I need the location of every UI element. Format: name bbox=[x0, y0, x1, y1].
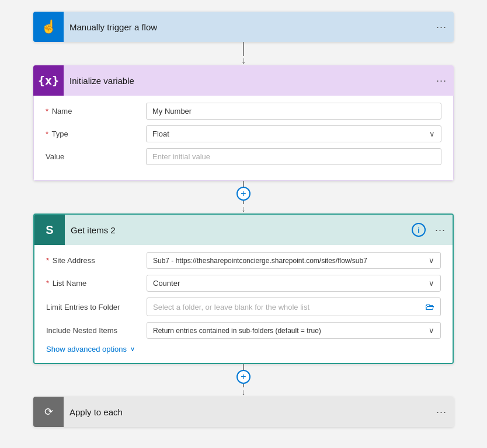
init-variable-more-button[interactable]: ··· bbox=[436, 75, 447, 87]
add-step-button-1[interactable]: + bbox=[236, 187, 251, 201]
connector-1: ↓ bbox=[241, 42, 246, 65]
site-address-dropdown[interactable]: Sub7 - https://thesharepointconcierge.sh… bbox=[147, 252, 441, 269]
init-variable-body: * Name * Type Float ∨ Value bbox=[33, 96, 454, 181]
apply-icon: ⟳ bbox=[44, 405, 53, 418]
type-chevron-icon: ∨ bbox=[429, 130, 435, 138]
info-button[interactable]: i bbox=[412, 223, 426, 237]
site-address-row: * Site Address Sub7 - https://thesharepo… bbox=[46, 252, 441, 269]
get-items-more-button[interactable]: ··· bbox=[435, 224, 446, 236]
type-dropdown[interactable]: Float ∨ bbox=[146, 125, 441, 142]
plus-arrow-1: ↓ bbox=[242, 204, 246, 214]
list-name-dropdown[interactable]: Counter ∨ bbox=[147, 275, 441, 292]
list-name-row: * List Name Counter ∨ bbox=[46, 275, 441, 292]
plus-connector-2: + ↓ bbox=[236, 364, 251, 397]
trigger-card: ☝ Manually trigger a flow ··· bbox=[33, 12, 454, 42]
limit-entries-folder[interactable]: Select a folder, or leave blank for the … bbox=[147, 298, 441, 316]
apply-each-title: Apply to each bbox=[64, 407, 436, 417]
get-items-title: Get items 2 bbox=[65, 225, 412, 235]
nested-items-chevron-icon: ∨ bbox=[429, 326, 434, 335]
get-items-header: S Get items 2 i ··· bbox=[34, 215, 453, 245]
nested-items-dropdown[interactable]: Return entries contained in sub-folders … bbox=[147, 322, 441, 339]
site-address-value: Sub7 - https://thesharepointconcierge.sh… bbox=[153, 257, 367, 265]
limit-entries-row: Limit Entries to Folder Select a folder,… bbox=[46, 298, 441, 316]
name-input[interactable] bbox=[146, 103, 441, 120]
init-variable-card: {x} Initialize variable ··· * Name * Typ… bbox=[33, 65, 454, 181]
value-row: Value bbox=[46, 148, 441, 165]
plus-top-line-2 bbox=[243, 364, 244, 370]
site-address-label: * Site Address bbox=[46, 256, 140, 265]
get-items-header-right: i ··· bbox=[412, 223, 446, 237]
list-name-label: * List Name bbox=[46, 279, 140, 288]
plus-icon-1: + bbox=[241, 189, 246, 198]
list-name-required-star: * bbox=[46, 279, 49, 288]
show-advanced-chevron-icon: ∨ bbox=[130, 345, 135, 353]
connector-line-1 bbox=[243, 42, 244, 56]
get-items-body: * Site Address Sub7 - https://thesharepo… bbox=[34, 245, 453, 363]
name-row: * Name bbox=[46, 103, 441, 120]
apply-each-more-button[interactable]: ··· bbox=[436, 406, 447, 418]
trigger-icon-box: ☝ bbox=[33, 12, 64, 42]
type-row: * Type Float ∨ bbox=[46, 125, 441, 142]
sharepoint-icon-box: S bbox=[34, 215, 65, 245]
trigger-title: Manually trigger a flow bbox=[64, 22, 436, 32]
site-address-chevron-icon: ∨ bbox=[429, 256, 434, 265]
site-address-required-star: * bbox=[46, 256, 49, 265]
nested-items-label: Include Nested Items bbox=[46, 326, 140, 335]
name-required-star: * bbox=[46, 107, 48, 116]
apply-each-header: ⟳ Apply to each ··· bbox=[33, 397, 454, 427]
limit-entries-label: Limit Entries to Folder bbox=[46, 303, 140, 312]
show-advanced-options-button[interactable]: Show advanced options ∨ bbox=[46, 345, 441, 354]
apply-icon-box: ⟳ bbox=[33, 397, 64, 427]
get-items-card: S Get items 2 i ··· * Site Address Sub7 … bbox=[33, 214, 454, 364]
arrow-1: ↓ bbox=[241, 56, 246, 65]
plus-arrow-2: ↓ bbox=[242, 387, 246, 397]
trigger-more-button[interactable]: ··· bbox=[436, 21, 447, 33]
plus-top-line-1 bbox=[243, 181, 244, 187]
add-step-button-2[interactable]: + bbox=[236, 370, 251, 384]
value-label: Value bbox=[46, 152, 139, 161]
trigger-icon: ☝ bbox=[41, 19, 57, 34]
folder-icon: 🗁 bbox=[425, 302, 434, 312]
limit-entries-placeholder: Select a folder, or leave blank for the … bbox=[153, 303, 309, 312]
show-advanced-label: Show advanced options bbox=[46, 345, 127, 354]
nested-items-row: Include Nested Items Return entries cont… bbox=[46, 322, 441, 339]
variable-icon-box: {x} bbox=[33, 65, 64, 96]
type-label: * Type bbox=[46, 130, 139, 138]
plus-icon-2: + bbox=[241, 372, 246, 382]
list-name-chevron-icon: ∨ bbox=[429, 279, 434, 288]
value-input[interactable] bbox=[146, 148, 441, 165]
list-name-value: Counter bbox=[153, 279, 180, 288]
apply-each-card: ⟳ Apply to each ··· bbox=[33, 397, 454, 427]
init-variable-header: {x} Initialize variable ··· bbox=[33, 65, 454, 96]
sharepoint-icon: S bbox=[46, 223, 53, 237]
plus-connector-1: + ↓ bbox=[236, 181, 251, 214]
type-value: Float bbox=[152, 130, 169, 138]
init-variable-title: Initialize variable bbox=[64, 76, 436, 86]
trigger-header: ☝ Manually trigger a flow ··· bbox=[33, 12, 454, 42]
type-required-star: * bbox=[46, 130, 48, 138]
name-label: * Name bbox=[46, 107, 139, 116]
variable-icon: {x} bbox=[38, 74, 59, 88]
nested-items-value: Return entries contained in sub-folders … bbox=[153, 327, 321, 335]
